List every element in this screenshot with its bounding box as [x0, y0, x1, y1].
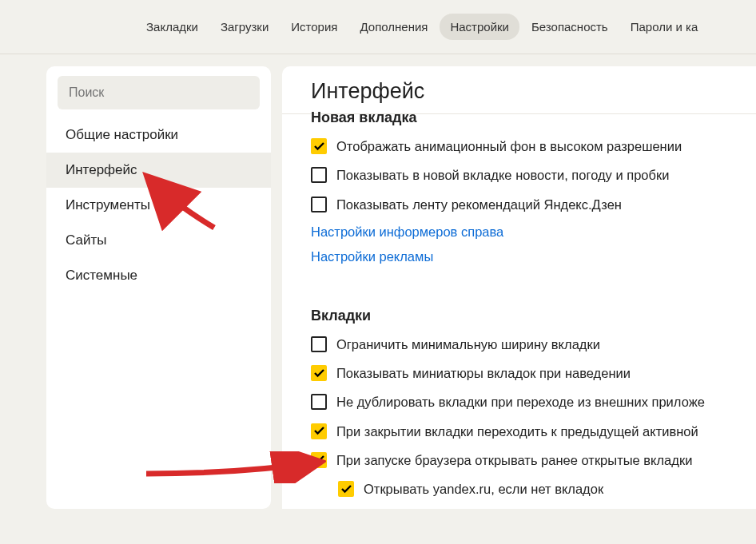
settings-main: Интерфейс Новая вкладка Отображать анима…	[282, 66, 756, 509]
checkbox-label: Показывать миниатюры вкладок при наведен…	[336, 364, 631, 382]
sidebar-item-interface[interactable]: Интерфейс	[46, 153, 271, 188]
checkbox-open-yandex-if-no-tabs[interactable]	[338, 481, 354, 497]
sidebar-item-system[interactable]: Системные	[46, 258, 271, 293]
section-tabs-heading: Вкладки	[311, 308, 727, 324]
section-newtab-heading: Новая вкладка	[311, 109, 727, 126]
checkbox-prev-active-on-close[interactable]	[311, 423, 327, 439]
page-title: Интерфейс	[282, 79, 756, 113]
checkbox-label: Ограничить минимальную ширину вкладки	[336, 336, 600, 353]
search-input[interactable]	[69, 85, 249, 100]
sidebar-item-tools[interactable]: Инструменты	[46, 188, 271, 223]
checkbox-anim-background[interactable]	[311, 138, 327, 154]
checkbox-min-tab-width[interactable]	[311, 336, 327, 352]
topnav-bookmarks[interactable]: Закладки	[136, 14, 209, 40]
sidebar-item-sites[interactable]: Сайты	[46, 223, 271, 258]
settings-sidebar: Общие настройки Интерфейс Инструменты Са…	[46, 66, 271, 509]
checkbox-label: При запуске браузера открывать ранее отк…	[336, 451, 692, 469]
checkbox-restore-tabs-on-startup[interactable]	[311, 452, 327, 468]
checkbox-newtab-news[interactable]	[311, 167, 327, 183]
topnav-settings[interactable]: Настройки	[440, 14, 519, 40]
checkbox-label: Показывать в новой вкладке новости, пого…	[336, 166, 669, 184]
sidebar-item-general[interactable]: Общие настройки	[46, 117, 271, 153]
checkbox-label: Открывать yandex.ru, если нет вкладок	[364, 480, 603, 498]
topnav-security[interactable]: Безопасность	[521, 14, 619, 40]
link-ad-settings[interactable]: Настройки рекламы	[311, 249, 727, 264]
topnav-history[interactable]: История	[281, 14, 348, 40]
link-informers-settings[interactable]: Настройки информеров справа	[311, 224, 727, 240]
checkbox-label: При закрытии вкладки переходить к предыд…	[336, 423, 698, 440]
sidebar-search[interactable]	[58, 76, 260, 109]
top-nav: Закладки Загрузки История Дополнения Нас…	[0, 0, 756, 54]
checkbox-zen-feed[interactable]	[311, 197, 327, 212]
topnav-addons[interactable]: Дополнения	[349, 14, 438, 40]
topnav-downloads[interactable]: Загрузки	[210, 14, 279, 40]
checkbox-label: Показывать ленту рекомендаций Яндекс.Дзе…	[336, 196, 622, 213]
checkbox-tab-thumbnails[interactable]	[311, 365, 327, 381]
checkbox-no-dup-tabs[interactable]	[311, 394, 327, 410]
checkbox-label: Отображать анимационный фон в высоком ра…	[336, 137, 682, 155]
topnav-passwords[interactable]: Пароли и ка	[620, 14, 709, 40]
checkbox-label: Не дублировать вкладки при переходе из в…	[336, 393, 705, 411]
